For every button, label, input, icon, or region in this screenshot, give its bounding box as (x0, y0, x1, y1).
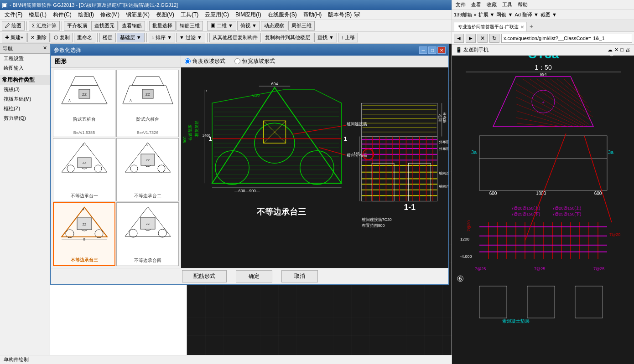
shape-card-6[interactable]: ZZ 不等边承台四 (116, 202, 179, 266)
menu-draw[interactable]: 绘图(I) (75, 10, 97, 20)
menu-floor[interactable]: 楼层(L) (26, 10, 49, 20)
browser-tab-active[interactable]: 专业造价问答答题平台-广联达 ✕ (454, 22, 527, 31)
dialog-close[interactable]: ✕ (437, 46, 446, 54)
copy-from-floor-button[interactable]: 从其他楼层复制构件 (209, 33, 261, 42)
svg-line-8 (543, 79, 591, 112)
dialog-titlebar: 参数化选择 ─ □ ✕ (51, 45, 448, 56)
shape-card-3[interactable]: ZZ A 不等边承台一 (53, 138, 115, 202)
base-floor-button[interactable]: 基础层 ▼ (117, 33, 145, 42)
dynamic-view-button[interactable]: 动态观察 (261, 21, 287, 31)
config-rebar-button[interactable]: 配筋形式 (182, 270, 227, 282)
status-text: 单构件绘制 (4, 356, 29, 363)
nav-refresh-button[interactable]: ↻ (489, 34, 499, 43)
left-section-draw[interactable]: 绘图输入 (0, 63, 50, 73)
local-3d-button[interactable]: 局部三维 (288, 21, 315, 31)
add-tab-button[interactable]: + (527, 21, 536, 31)
shape-card-1[interactable]: ZZ A 阶式五桩台 B=A/1.5385 (53, 70, 115, 137)
svg-point-127 (215, 151, 249, 185)
cloud-icon[interactable]: ☁ (608, 47, 613, 53)
filter-button[interactable]: ▼ 过滤 ▼ (176, 33, 205, 42)
nav-stop-button[interactable]: ✕ (478, 34, 488, 43)
svg-text:ZZ: ZZ (82, 223, 86, 226)
settings-icon[interactable]: □ (620, 47, 624, 53)
nav-forward-button[interactable]: ► (466, 34, 476, 43)
toolbar1: 🖊 绘图 Σ 汇总计算 平齐板顶 查找图元 查看钢筋 批量选择 钢筋三维 ▣ 二… (0, 20, 452, 32)
find2-button[interactable]: 查找 ▼ (314, 33, 337, 42)
shape-card-5[interactable]: ZZ A B 不等边承台三 (53, 202, 115, 266)
radio-angle-input[interactable] (185, 58, 191, 64)
browser-139mail[interactable]: 139邮箱 » (454, 11, 477, 18)
menu-online[interactable]: 在线服务(S) (265, 10, 300, 20)
rebar-3d-button[interactable]: 钢筋三维 (177, 21, 203, 31)
svg-point-81 (94, 165, 102, 172)
radio-const-width-input[interactable] (234, 58, 240, 64)
svg-line-19 (517, 123, 555, 127)
browser-translate[interactable]: Ad 翻译 ▼ (514, 11, 538, 18)
svg-rect-23 (479, 136, 607, 190)
share-icon[interactable]: ✕ (614, 47, 618, 53)
svg-text:7@20: 7@20 (609, 232, 620, 237)
browser-screenshot[interactable]: 截图 ▼ (540, 11, 557, 18)
menu-view[interactable]: 视图(V) (153, 10, 177, 20)
shape-card-4[interactable]: ZZ A 不等边承台二 (116, 138, 179, 202)
menu-version[interactable]: 版本号(B) 🐼 (325, 10, 363, 20)
browser-menu-file[interactable]: 文件 (454, 1, 468, 9)
left-item-column[interactable]: 框柱(Z) (0, 104, 50, 113)
view-2d-button[interactable]: ▣ 二维 ▼ (207, 21, 236, 31)
svg-rect-60 (479, 286, 507, 318)
menu-cloud[interactable]: 云应用(C) (202, 10, 232, 20)
flat-top-button[interactable]: 平齐板顶 (64, 21, 90, 31)
batch-select-button[interactable]: 批量选择 (149, 21, 176, 31)
left-item-raft[interactable]: 筏板(J) (0, 85, 50, 94)
menu-help[interactable]: 帮助(H) (301, 10, 325, 20)
sort-button[interactable]: ↕ 排序 ▼ (149, 33, 176, 42)
copy-button[interactable]: ⬡ 复制 (51, 33, 73, 42)
menu-bim[interactable]: BIM应用(I) (233, 10, 264, 20)
shape-svg-4: ZZ A (120, 140, 175, 177)
print-icon[interactable]: 🖨 (625, 47, 630, 53)
find-button[interactable]: 查找图元 (91, 21, 118, 31)
left-item-raft-base[interactable]: 筏板基础(M) (0, 94, 50, 104)
dialog-footer: 配筋形式 确定 取消 (51, 268, 448, 284)
floor-button[interactable]: 楼层 (99, 33, 116, 42)
view-rebar-button[interactable]: 查看钢筋 (119, 21, 145, 31)
menu-rebar[interactable]: 钢筋量(K) (123, 10, 152, 20)
browser-bank[interactable]: 网银 ▼ (496, 11, 513, 18)
svg-text:1: 1 (344, 135, 348, 142)
radio-const-width[interactable]: 恒宽放坡形式 (234, 57, 275, 65)
rename-button[interactable]: 重命名 (74, 33, 95, 42)
browser-menu-view[interactable]: 查看 (469, 1, 483, 9)
copy-to-floor-button[interactable]: 复制构件到其他楼层 (262, 33, 313, 42)
confirm-button[interactable]: 确定 (236, 270, 272, 282)
new-button[interactable]: ✚ 新建+ (2, 33, 26, 42)
browser-menu-fav[interactable]: 收藏 (485, 1, 499, 9)
radio-angle[interactable]: 角度放坡形式 (185, 57, 225, 65)
move-up-button[interactable]: ↑ 上移 (338, 33, 359, 42)
svg-text:ZZ: ZZ (82, 161, 86, 164)
calc-button[interactable]: Σ 汇总计算 (29, 21, 60, 31)
cancel-button[interactable]: 取消 (281, 270, 318, 282)
browser-menu-tools[interactable]: 工具 (500, 1, 514, 9)
svg-text:T: T (443, 118, 445, 122)
menu-file[interactable]: 文件(F) (2, 10, 25, 20)
menu-tools[interactable]: 工具(T) (178, 10, 201, 20)
draw-button[interactable]: 🖊 绘图 (2, 21, 25, 31)
menu-modify[interactable]: 修改(M) (98, 10, 122, 20)
nav-back-button[interactable]: ◄ (454, 34, 464, 43)
left-section-project[interactable]: 工程设置 (0, 54, 50, 63)
svg-text:桩间连接筋7C20: 桩间连接筋7C20 (361, 217, 392, 222)
browser-menu-help[interactable]: 帮助 (516, 1, 530, 9)
svg-text:分布筋: 分布筋 (439, 147, 448, 151)
browser-expand[interactable]: 扩展 ▼ (478, 11, 495, 18)
dialog-maximize[interactable]: □ (428, 46, 437, 54)
menu-component[interactable]: 构件(C) (50, 10, 74, 20)
url-input[interactable] (501, 34, 632, 43)
svg-line-9 (550, 79, 589, 108)
dialog-minimize[interactable]: ─ (419, 46, 427, 54)
delete-button[interactable]: ✕ 删除 (27, 33, 49, 42)
left-item-shear-wall[interactable]: 剪力墙(Q) (0, 113, 50, 123)
shape-svg-6: ZZ (120, 205, 175, 241)
tab-close-1[interactable]: ✕ (520, 25, 524, 30)
view-top-button[interactable]: 俯视 ▼ (237, 21, 260, 31)
shape-card-2[interactable]: ZZ A 阶式六桩台 B=A/1.7326 (116, 70, 179, 137)
